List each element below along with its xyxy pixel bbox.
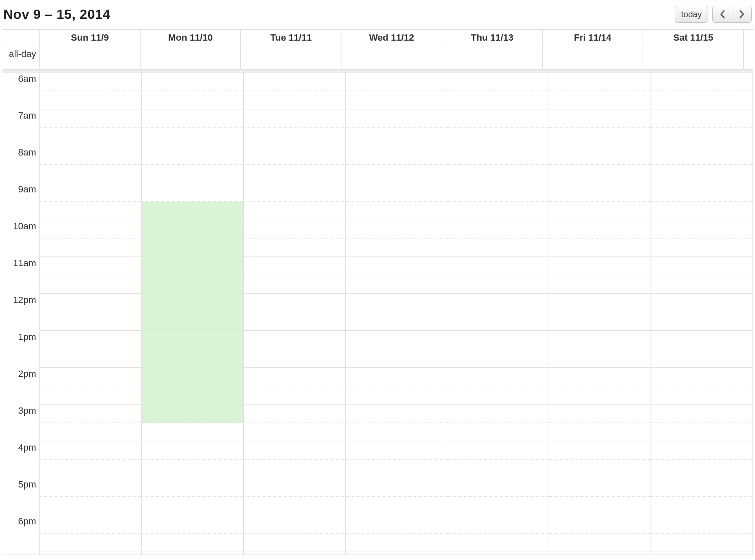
time-slot[interactable] xyxy=(346,91,447,109)
time-slot[interactable] xyxy=(447,441,549,460)
time-slot[interactable] xyxy=(244,460,345,478)
time-slot[interactable] xyxy=(447,275,549,294)
day-header[interactable]: Mon 11/10 xyxy=(141,30,241,46)
time-slot[interactable] xyxy=(447,109,549,128)
day-header[interactable]: Wed 11/12 xyxy=(341,30,442,46)
time-slot[interactable] xyxy=(40,275,141,294)
time-slot[interactable] xyxy=(40,91,141,109)
time-slot[interactable] xyxy=(142,220,243,239)
time-slot[interactable] xyxy=(40,534,141,552)
time-slot[interactable] xyxy=(244,386,345,404)
time-slot[interactable] xyxy=(142,202,243,220)
time-slot[interactable] xyxy=(651,552,752,555)
day-column[interactable] xyxy=(244,73,346,555)
time-slot[interactable] xyxy=(447,220,549,239)
time-slot[interactable] xyxy=(346,552,447,555)
day-header[interactable]: Tue 11/11 xyxy=(241,30,341,46)
time-slot[interactable] xyxy=(651,534,752,552)
time-slot[interactable] xyxy=(40,478,141,497)
time-slot[interactable] xyxy=(142,146,243,165)
time-slot[interactable] xyxy=(346,312,447,331)
time-slot[interactable] xyxy=(549,239,651,257)
time-slot[interactable] xyxy=(651,423,752,441)
time-slot[interactable] xyxy=(346,497,447,515)
time-slot[interactable] xyxy=(244,275,345,294)
time-slot[interactable] xyxy=(651,349,752,368)
time-slot[interactable] xyxy=(40,497,141,515)
time-slot[interactable] xyxy=(142,165,243,183)
day-column[interactable] xyxy=(651,73,753,555)
time-slot[interactable] xyxy=(447,183,549,202)
time-slot[interactable] xyxy=(447,312,549,331)
time-slot[interactable] xyxy=(244,441,345,460)
time-slot[interactable] xyxy=(142,460,243,478)
time-slot[interactable] xyxy=(244,239,345,257)
day-column[interactable] xyxy=(346,73,448,555)
time-slot[interactable] xyxy=(651,460,752,478)
time-slot[interactable] xyxy=(40,239,141,257)
time-slot[interactable] xyxy=(346,146,447,165)
time-slot[interactable] xyxy=(651,312,752,331)
time-slot[interactable] xyxy=(346,386,447,404)
time-slot[interactable] xyxy=(244,128,345,146)
time-slot[interactable] xyxy=(549,386,651,404)
time-slot[interactable] xyxy=(40,368,141,386)
time-slot[interactable] xyxy=(40,349,141,368)
time-slot[interactable] xyxy=(447,239,549,257)
time-slot[interactable] xyxy=(346,275,447,294)
all-day-cell[interactable] xyxy=(40,46,141,69)
time-slot[interactable] xyxy=(142,441,243,460)
time-slot[interactable] xyxy=(549,460,651,478)
time-slot[interactable] xyxy=(447,386,549,404)
time-slot[interactable] xyxy=(651,275,752,294)
time-slot[interactable] xyxy=(40,220,141,239)
time-slot[interactable] xyxy=(244,349,345,368)
day-header[interactable]: Sun 11/9 xyxy=(40,30,141,46)
time-slot[interactable] xyxy=(549,441,651,460)
time-slot[interactable] xyxy=(651,183,752,202)
time-slot[interactable] xyxy=(40,386,141,404)
all-day-cell[interactable] xyxy=(543,46,643,69)
time-slot[interactable] xyxy=(447,404,549,423)
time-slot[interactable] xyxy=(346,368,447,386)
time-slot[interactable] xyxy=(651,257,752,275)
time-slot[interactable] xyxy=(142,552,243,555)
time-slot[interactable] xyxy=(244,183,345,202)
next-button[interactable] xyxy=(732,6,751,22)
time-slot[interactable] xyxy=(549,312,651,331)
time-slot[interactable] xyxy=(40,109,141,128)
time-slot[interactable] xyxy=(40,202,141,220)
time-slot[interactable] xyxy=(549,478,651,497)
time-slot[interactable] xyxy=(142,404,243,423)
time-slot[interactable] xyxy=(142,423,243,441)
time-slot[interactable] xyxy=(40,423,141,441)
time-slot[interactable] xyxy=(346,165,447,183)
time-slot[interactable] xyxy=(142,257,243,275)
time-slot[interactable] xyxy=(142,109,243,128)
time-slot[interactable] xyxy=(142,183,243,202)
time-slot[interactable] xyxy=(142,91,243,109)
time-slot[interactable] xyxy=(651,220,752,239)
time-slot[interactable] xyxy=(244,404,345,423)
time-slot[interactable] xyxy=(142,368,243,386)
time-slot[interactable] xyxy=(244,478,345,497)
time-slot[interactable] xyxy=(244,294,345,312)
time-slot[interactable] xyxy=(142,312,243,331)
time-slot[interactable] xyxy=(651,331,752,349)
time-slot[interactable] xyxy=(651,128,752,146)
time-slot[interactable] xyxy=(549,349,651,368)
time-slot[interactable] xyxy=(346,460,447,478)
time-slot[interactable] xyxy=(244,497,345,515)
time-slot[interactable] xyxy=(549,275,651,294)
time-slot[interactable] xyxy=(651,368,752,386)
time-slot[interactable] xyxy=(40,331,141,349)
time-slot[interactable] xyxy=(244,368,345,386)
time-slot[interactable] xyxy=(651,515,752,534)
time-slot[interactable] xyxy=(346,349,447,368)
time-slot[interactable] xyxy=(447,257,549,275)
time-slot[interactable] xyxy=(447,128,549,146)
time-slot[interactable] xyxy=(651,478,752,497)
time-slot[interactable] xyxy=(447,460,549,478)
time-slot[interactable] xyxy=(142,497,243,515)
time-slot[interactable] xyxy=(346,515,447,534)
